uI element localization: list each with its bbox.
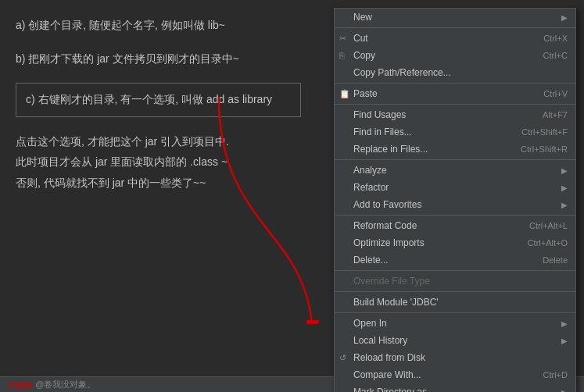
- menu-label-copy: Copy: [353, 50, 528, 61]
- menu-label-delete: Delete...: [353, 255, 527, 265]
- arrow-icon-analyze: ▶: [561, 166, 568, 175]
- menu-label-override-type: Override File Type: [353, 276, 568, 287]
- copy-icon: ⎘: [339, 51, 345, 60]
- menu-label-mark-dir: Mark Directory as: [353, 387, 557, 392]
- shortcut-cut: Ctrl+X: [543, 34, 568, 43]
- menu-item-compare[interactable]: Compare With... Ctrl+D: [335, 366, 575, 383]
- menu-label-refactor: Refactor: [353, 182, 557, 193]
- menu-item-local-history[interactable]: Local History ▶: [335, 332, 575, 349]
- shortcut-delete: Delete: [543, 255, 568, 265]
- menu-item-optimize[interactable]: Optimize Imports Ctrl+Alt+O: [335, 234, 575, 251]
- author-text: @卷我没对象。: [35, 379, 95, 390]
- shortcut-compare: Ctrl+D: [543, 370, 568, 380]
- arrow-icon-new: ▶: [561, 13, 568, 22]
- menu-label-add-favorites: Add to Favorites: [353, 199, 557, 210]
- menu-item-paste[interactable]: 📋 Paste Ctrl+V: [335, 85, 575, 102]
- line-b: b) 把刚才下载的 jar 文件拷贝到刚才的目录中~: [16, 49, 301, 69]
- menu-label-replace-files: Replace in Files...: [353, 144, 505, 155]
- menu-item-find-files[interactable]: Find in Files... Ctrl+Shift+F: [335, 123, 575, 141]
- cut-icon: ✂: [339, 34, 346, 44]
- desc-line-1: 点击这个选项, 才能把这个 jar 引入到项目中.: [16, 131, 301, 152]
- shortcut-find-usages: Alt+F7: [543, 110, 568, 119]
- arrow-icon-favorites: ▶: [561, 201, 568, 209]
- separator-1: [335, 27, 575, 28]
- menu-label-optimize: Optimize Imports: [353, 237, 512, 248]
- menu-item-replace-files[interactable]: Replace in Files... Ctrl+Shift+R: [335, 141, 575, 158]
- line-a: a) 创建个目录, 随便起个名字, 例如叫做 lib~: [16, 16, 301, 35]
- line-b-text: b) 把刚才下载的 jar 文件拷贝到刚才的目录中~: [16, 52, 239, 65]
- menu-label-open-in: Open In: [353, 318, 557, 329]
- arrow-icon-open-in: ▶: [561, 319, 568, 328]
- separator-7: [335, 291, 575, 292]
- menu-label-find-files: Find in Files...: [353, 127, 506, 137]
- menu-item-find-usages[interactable]: Find Usages Alt+F7: [335, 106, 575, 123]
- menu-label-copy-path: Copy Path/Reference...: [353, 67, 568, 78]
- separator-4: [335, 159, 575, 160]
- line-c: c) 右键刚才的目录, 有一个选项, 叫做 add as library: [16, 83, 301, 116]
- menu-item-refactor[interactable]: Refactor ▶: [335, 179, 575, 196]
- shortcut-optimize: Ctrl+Alt+O: [528, 238, 568, 248]
- desc-line-2: 此时项目才会从 jar 里面读取内部的 .class ~: [16, 151, 301, 173]
- menu-label-cut: Cut: [353, 33, 528, 44]
- menu-label-compare: Compare With...: [353, 369, 528, 380]
- menu-label-paste: Paste: [353, 88, 528, 99]
- description-block: 点击这个选项, 才能把这个 jar 引入到项目中. 此时项目才会从 jar 里面…: [16, 131, 301, 194]
- reload-icon: ↺: [339, 353, 346, 363]
- menu-label-new: New: [353, 12, 557, 23]
- csdn-badge: CSDN: [8, 380, 32, 390]
- line-c-text: c) 右键刚才的目录, 有一个选项, 叫做 add as library: [26, 93, 272, 105]
- menu-item-new[interactable]: New ▶: [335, 9, 575, 26]
- menu-item-reload[interactable]: ↺ Reload from Disk: [335, 349, 575, 366]
- menu-label-find-usages: Find Usages: [353, 109, 527, 120]
- menu-item-build-module[interactable]: Build Module 'JDBC': [335, 294, 575, 311]
- menu-item-reformat[interactable]: Reformat Code Ctrl+Alt+L: [335, 217, 575, 234]
- menu-item-analyze[interactable]: Analyze ▶: [335, 162, 575, 179]
- arrow-icon-local-history: ▶: [561, 337, 568, 345]
- shortcut-reformat: Ctrl+Alt+L: [529, 221, 568, 230]
- separator-8: [335, 312, 575, 313]
- shortcut-find-files: Ctrl+Shift+F: [521, 127, 568, 137]
- menu-item-override-type: Override File Type: [335, 273, 575, 290]
- menu-item-copy[interactable]: ⎘ Copy Ctrl+C: [335, 47, 575, 64]
- separator-6: [335, 270, 575, 271]
- menu-item-mark-dir[interactable]: Mark Directory as ▶: [335, 383, 575, 392]
- separator-2: [335, 83, 575, 84]
- paste-icon: 📋: [339, 89, 350, 99]
- menu-label-reload: Reload from Disk: [353, 352, 568, 363]
- shortcut-paste: Ctrl+V: [543, 89, 568, 98]
- shortcut-replace-files: Ctrl+Shift+R: [521, 144, 568, 154]
- menu-item-delete[interactable]: Delete... Delete: [335, 251, 575, 269]
- menu-item-add-favorites[interactable]: Add to Favorites ▶: [335, 196, 575, 213]
- menu-item-cut[interactable]: ✂ Cut Ctrl+X: [335, 30, 575, 47]
- menu-label-local-history: Local History: [353, 335, 557, 346]
- separator-5: [335, 215, 575, 216]
- menu-label-analyze: Analyze: [353, 165, 557, 176]
- menu-label-build-module: Build Module 'JDBC': [353, 297, 568, 308]
- arrow-icon-refactor: ▶: [561, 184, 568, 192]
- menu-item-copy-path[interactable]: Copy Path/Reference...: [335, 64, 575, 81]
- menu-label-reformat: Reformat Code: [353, 220, 514, 231]
- context-menu: New ▶ ✂ Cut Ctrl+X ⎘ Copy Ctrl+C Copy Pa…: [334, 8, 576, 392]
- line-a-text: a) 创建个目录, 随便起个名字, 例如叫做 lib~: [16, 19, 225, 31]
- separator-3: [335, 104, 575, 105]
- shortcut-copy: Ctrl+C: [543, 51, 568, 60]
- menu-item-open-in[interactable]: Open In ▶: [335, 315, 575, 332]
- desc-line-3: 否则, 代码就找不到 jar 中的一些类了~~: [16, 173, 301, 194]
- main-content: a) 创建个目录, 随便起个名字, 例如叫做 lib~ b) 把刚才下载的 ja…: [0, 0, 317, 383]
- arrow-icon-mark-dir: ▶: [561, 388, 568, 393]
